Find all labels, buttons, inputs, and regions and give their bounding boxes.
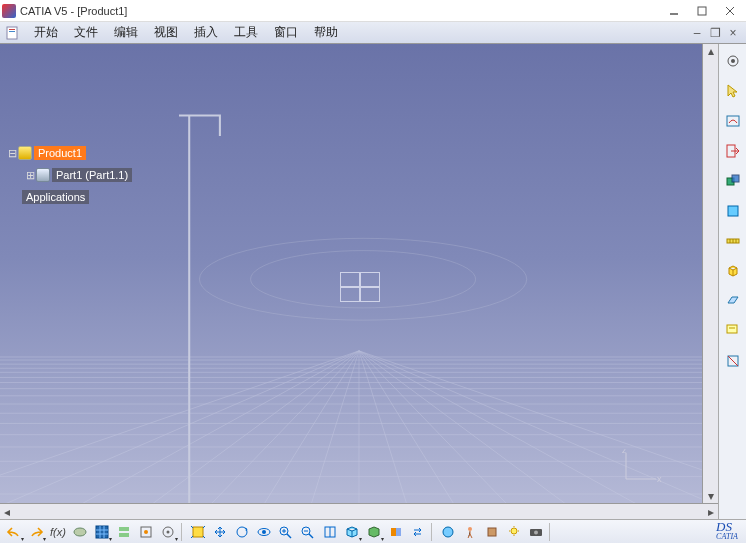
undo-icon xyxy=(6,525,22,539)
hide-show-button[interactable] xyxy=(386,522,406,542)
svg-line-59 xyxy=(728,356,738,366)
tree-node-applications[interactable]: Applications xyxy=(6,188,132,206)
tree-node-part[interactable]: ⊞ Part1 (Part1.1) xyxy=(6,166,132,184)
plane-button[interactable] xyxy=(722,290,744,312)
product-icon xyxy=(18,146,32,160)
swap-icon xyxy=(410,525,426,539)
svg-rect-4 xyxy=(7,27,17,39)
turn-head-button[interactable] xyxy=(482,522,502,542)
script-button[interactable] xyxy=(70,522,90,542)
svg-rect-1 xyxy=(698,7,706,15)
script-icon xyxy=(72,525,88,539)
svg-point-69 xyxy=(144,530,148,534)
zoom-out-button[interactable] xyxy=(298,522,318,542)
minimize-button[interactable] xyxy=(660,1,688,21)
close-button[interactable] xyxy=(716,1,744,21)
mdi-close-button[interactable]: × xyxy=(724,26,742,40)
scroll-up-icon[interactable]: ▴ xyxy=(703,44,718,58)
tree-node-product[interactable]: ⊟ Product1 xyxy=(6,144,132,162)
undo-button[interactable]: ▾ xyxy=(4,522,24,542)
define-icon xyxy=(725,203,741,219)
rotate-button[interactable] xyxy=(232,522,252,542)
menu-tools[interactable]: 工具 xyxy=(226,24,266,41)
maximize-button[interactable] xyxy=(688,1,716,21)
minimize-icon xyxy=(669,6,679,16)
viewport-horizontal-scrollbar[interactable]: ◂ ▸ xyxy=(0,503,718,519)
fit-all-icon xyxy=(190,525,206,539)
viewport-3d[interactable]: x z ⊟ Product1 ⊞ Part1 (Part1.1) Applica… xyxy=(0,44,718,519)
align-button[interactable] xyxy=(114,522,134,542)
expand-icon[interactable]: ⊞ xyxy=(24,169,36,182)
menu-view[interactable]: 视图 xyxy=(146,24,186,41)
fly-button[interactable] xyxy=(438,522,458,542)
viewport-vertical-scrollbar[interactable]: ▴ ▾ xyxy=(702,44,718,503)
snap-button[interactable]: ▾ xyxy=(158,522,178,542)
menu-window[interactable]: 窗口 xyxy=(266,24,306,41)
pan-button[interactable] xyxy=(210,522,230,542)
render-mode-button[interactable]: ▾ xyxy=(364,522,384,542)
svg-rect-85 xyxy=(391,528,396,536)
annotate-button[interactable] xyxy=(722,320,744,342)
menu-edit[interactable]: 编辑 xyxy=(106,24,146,41)
xy-plane-indicator[interactable] xyxy=(340,272,380,302)
manipulate-button[interactable] xyxy=(136,522,156,542)
define-button[interactable] xyxy=(722,200,744,222)
menu-file[interactable]: 文件 xyxy=(66,24,106,41)
camera-icon xyxy=(528,525,544,539)
mdi-restore-button[interactable]: ❐ xyxy=(706,26,724,40)
sketch-button[interactable] xyxy=(722,110,744,132)
settings-button[interactable] xyxy=(722,50,744,72)
look-at-button[interactable] xyxy=(254,522,274,542)
formula-button[interactable]: f(x) xyxy=(48,522,68,542)
svg-line-39 xyxy=(359,351,718,514)
document-icon[interactable] xyxy=(4,25,20,41)
svg-point-75 xyxy=(262,530,266,534)
scroll-down-icon[interactable]: ▾ xyxy=(703,489,718,503)
cube-button[interactable] xyxy=(722,260,744,282)
section-button[interactable] xyxy=(722,350,744,372)
svg-line-26 xyxy=(0,351,359,514)
grid-button[interactable]: ▾ xyxy=(92,522,112,542)
plane-icon xyxy=(725,293,741,309)
svg-line-30 xyxy=(194,351,359,514)
tree-label-part: Part1 (Part1.1) xyxy=(52,168,132,182)
axis-triad[interactable]: x z xyxy=(620,449,662,485)
menu-insert[interactable]: 插入 xyxy=(186,24,226,41)
zoom-in-button[interactable] xyxy=(276,522,296,542)
lighting-button[interactable] xyxy=(504,522,524,542)
window-title: CATIA V5 - [Product1] xyxy=(20,5,660,17)
svg-rect-50 xyxy=(732,175,739,182)
svg-rect-66 xyxy=(119,527,129,531)
swap-button[interactable] xyxy=(408,522,428,542)
fit-all-button[interactable] xyxy=(188,522,208,542)
right-toolbar xyxy=(718,44,746,519)
scroll-right-icon[interactable]: ▸ xyxy=(704,505,718,519)
mdi-minimize-button[interactable]: – xyxy=(688,26,706,40)
expand-icon[interactable]: ⊟ xyxy=(6,147,18,160)
svg-line-29 xyxy=(102,351,359,514)
redo-button[interactable]: ▾ xyxy=(26,522,46,542)
page-icon xyxy=(5,26,19,40)
exit-workbench-button[interactable] xyxy=(722,140,744,162)
formula-icon: f(x) xyxy=(50,526,66,538)
normal-view-button[interactable] xyxy=(320,522,340,542)
multi-view-button[interactable]: ▾ xyxy=(342,522,362,542)
clash-button[interactable] xyxy=(722,170,744,192)
scroll-left-icon[interactable]: ◂ xyxy=(0,505,14,519)
workspace: x z ⊟ Product1 ⊞ Part1 (Part1.1) Applica… xyxy=(0,44,746,519)
close-icon xyxy=(725,6,735,16)
normal-view-icon xyxy=(322,525,338,539)
svg-line-36 xyxy=(359,351,718,514)
svg-rect-56 xyxy=(727,325,737,333)
lighting-icon xyxy=(506,525,522,539)
menu-start[interactable]: 开始 xyxy=(26,24,66,41)
walk-icon xyxy=(462,525,478,539)
menu-help[interactable]: 帮助 xyxy=(306,24,346,41)
select-button[interactable] xyxy=(722,80,744,102)
measure-button[interactable] xyxy=(722,230,744,252)
walk-button[interactable] xyxy=(460,522,480,542)
svg-rect-47 xyxy=(727,116,739,126)
svg-rect-61 xyxy=(96,526,108,538)
camera-button[interactable] xyxy=(526,522,546,542)
redo-icon xyxy=(28,525,44,539)
